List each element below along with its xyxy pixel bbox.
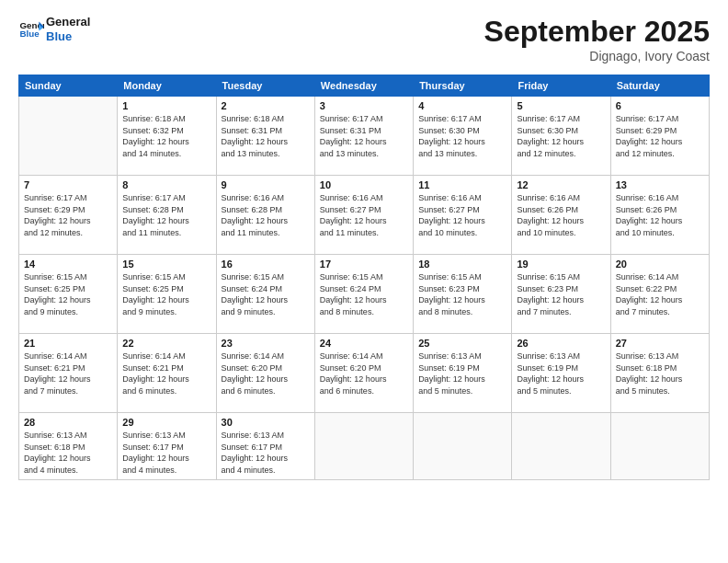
day-number: 27 bbox=[616, 338, 704, 349]
title-block: September 2025 Dignago, Ivory Coast bbox=[484, 15, 710, 63]
table-row bbox=[314, 413, 413, 480]
day-number: 21 bbox=[24, 338, 112, 349]
day-info: Sunrise: 6:17 AM Sunset: 6:31 PM Dayligh… bbox=[320, 113, 408, 159]
day-number: 14 bbox=[24, 259, 112, 270]
col-wednesday: Wednesday bbox=[314, 75, 413, 97]
day-info: Sunrise: 6:18 AM Sunset: 6:32 PM Dayligh… bbox=[122, 113, 210, 159]
day-info: Sunrise: 6:15 AM Sunset: 6:25 PM Dayligh… bbox=[122, 271, 210, 317]
table-row bbox=[19, 97, 118, 176]
table-row: 4Sunrise: 6:17 AM Sunset: 6:30 PM Daylig… bbox=[414, 97, 512, 176]
col-friday: Friday bbox=[512, 75, 610, 97]
location: Dignago, Ivory Coast bbox=[484, 49, 710, 63]
logo-line1: General bbox=[46, 15, 90, 29]
day-number: 16 bbox=[222, 259, 310, 270]
day-info: Sunrise: 6:14 AM Sunset: 6:22 PM Dayligh… bbox=[616, 271, 704, 317]
table-row: 7Sunrise: 6:17 AM Sunset: 6:29 PM Daylig… bbox=[19, 176, 118, 255]
day-number: 10 bbox=[320, 179, 408, 190]
day-number: 2 bbox=[222, 100, 310, 111]
day-info: Sunrise: 6:13 AM Sunset: 6:17 PM Dayligh… bbox=[122, 430, 210, 476]
col-saturday: Saturday bbox=[610, 75, 709, 97]
day-info: Sunrise: 6:17 AM Sunset: 6:29 PM Dayligh… bbox=[616, 113, 704, 159]
day-info: Sunrise: 6:16 AM Sunset: 6:27 PM Dayligh… bbox=[320, 192, 408, 238]
table-row: 19Sunrise: 6:15 AM Sunset: 6:23 PM Dayli… bbox=[512, 255, 610, 334]
table-row: 22Sunrise: 6:14 AM Sunset: 6:21 PM Dayli… bbox=[118, 334, 216, 413]
day-info: Sunrise: 6:15 AM Sunset: 6:23 PM Dayligh… bbox=[418, 271, 506, 317]
page-header: General Blue General Blue September 2025… bbox=[18, 15, 710, 63]
table-row: 8Sunrise: 6:17 AM Sunset: 6:28 PM Daylig… bbox=[118, 176, 216, 255]
table-row: 10Sunrise: 6:16 AM Sunset: 6:27 PM Dayli… bbox=[314, 176, 413, 255]
day-number: 22 bbox=[122, 338, 210, 349]
table-row: 16Sunrise: 6:15 AM Sunset: 6:24 PM Dayli… bbox=[216, 255, 314, 334]
day-number: 20 bbox=[616, 259, 704, 270]
day-info: Sunrise: 6:14 AM Sunset: 6:20 PM Dayligh… bbox=[222, 350, 310, 396]
calendar-header-row: Sunday Monday Tuesday Wednesday Thursday… bbox=[19, 75, 710, 97]
table-row: 28Sunrise: 6:13 AM Sunset: 6:18 PM Dayli… bbox=[19, 413, 118, 480]
day-info: Sunrise: 6:14 AM Sunset: 6:21 PM Dayligh… bbox=[122, 350, 210, 396]
table-row: 27Sunrise: 6:13 AM Sunset: 6:18 PM Dayli… bbox=[610, 334, 709, 413]
table-row bbox=[610, 413, 709, 480]
logo: General Blue General Blue bbox=[18, 15, 90, 43]
day-number: 30 bbox=[222, 417, 310, 428]
table-row: 12Sunrise: 6:16 AM Sunset: 6:26 PM Dayli… bbox=[512, 176, 610, 255]
day-info: Sunrise: 6:14 AM Sunset: 6:21 PM Dayligh… bbox=[24, 350, 112, 396]
col-sunday: Sunday bbox=[19, 75, 118, 97]
day-number: 18 bbox=[418, 259, 506, 270]
table-row bbox=[512, 413, 610, 480]
table-row: 6Sunrise: 6:17 AM Sunset: 6:29 PM Daylig… bbox=[610, 97, 709, 176]
day-number: 25 bbox=[418, 338, 506, 349]
day-info: Sunrise: 6:15 AM Sunset: 6:24 PM Dayligh… bbox=[320, 271, 408, 317]
day-info: Sunrise: 6:14 AM Sunset: 6:20 PM Dayligh… bbox=[320, 350, 408, 396]
day-number: 8 bbox=[122, 179, 210, 190]
day-info: Sunrise: 6:13 AM Sunset: 6:18 PM Dayligh… bbox=[616, 350, 704, 396]
day-number: 11 bbox=[418, 179, 506, 190]
day-info: Sunrise: 6:15 AM Sunset: 6:25 PM Dayligh… bbox=[24, 271, 112, 317]
day-number: 9 bbox=[222, 179, 310, 190]
calendar-table: Sunday Monday Tuesday Wednesday Thursday… bbox=[18, 75, 710, 480]
day-number: 28 bbox=[24, 417, 112, 428]
day-info: Sunrise: 6:17 AM Sunset: 6:30 PM Dayligh… bbox=[517, 113, 605, 159]
day-info: Sunrise: 6:16 AM Sunset: 6:26 PM Dayligh… bbox=[616, 192, 704, 238]
col-monday: Monday bbox=[118, 75, 216, 97]
table-row: 14Sunrise: 6:15 AM Sunset: 6:25 PM Dayli… bbox=[19, 255, 118, 334]
day-number: 6 bbox=[616, 100, 704, 111]
logo-line2: Blue bbox=[46, 29, 90, 44]
svg-text:Blue: Blue bbox=[19, 29, 40, 39]
table-row: 15Sunrise: 6:15 AM Sunset: 6:25 PM Dayli… bbox=[118, 255, 216, 334]
day-info: Sunrise: 6:17 AM Sunset: 6:28 PM Dayligh… bbox=[122, 192, 210, 238]
day-number: 13 bbox=[616, 179, 704, 190]
day-info: Sunrise: 6:16 AM Sunset: 6:28 PM Dayligh… bbox=[222, 192, 310, 238]
table-row: 18Sunrise: 6:15 AM Sunset: 6:23 PM Dayli… bbox=[414, 255, 512, 334]
day-number: 29 bbox=[122, 417, 210, 428]
day-info: Sunrise: 6:18 AM Sunset: 6:31 PM Dayligh… bbox=[222, 113, 310, 159]
day-number: 12 bbox=[517, 179, 605, 190]
table-row: 29Sunrise: 6:13 AM Sunset: 6:17 PM Dayli… bbox=[118, 413, 216, 480]
day-info: Sunrise: 6:13 AM Sunset: 6:19 PM Dayligh… bbox=[418, 350, 506, 396]
col-tuesday: Tuesday bbox=[216, 75, 314, 97]
table-row: 25Sunrise: 6:13 AM Sunset: 6:19 PM Dayli… bbox=[414, 334, 512, 413]
day-number: 15 bbox=[122, 259, 210, 270]
day-number: 17 bbox=[320, 259, 408, 270]
day-number: 4 bbox=[418, 100, 506, 111]
table-row: 2Sunrise: 6:18 AM Sunset: 6:31 PM Daylig… bbox=[216, 97, 314, 176]
day-info: Sunrise: 6:17 AM Sunset: 6:30 PM Dayligh… bbox=[418, 113, 506, 159]
day-number: 26 bbox=[517, 338, 605, 349]
table-row: 20Sunrise: 6:14 AM Sunset: 6:22 PM Dayli… bbox=[610, 255, 709, 334]
table-row: 3Sunrise: 6:17 AM Sunset: 6:31 PM Daylig… bbox=[314, 97, 413, 176]
day-number: 5 bbox=[517, 100, 605, 111]
table-row: 9Sunrise: 6:16 AM Sunset: 6:28 PM Daylig… bbox=[216, 176, 314, 255]
day-number: 3 bbox=[320, 100, 408, 111]
day-info: Sunrise: 6:15 AM Sunset: 6:23 PM Dayligh… bbox=[517, 271, 605, 317]
table-row: 1Sunrise: 6:18 AM Sunset: 6:32 PM Daylig… bbox=[118, 97, 216, 176]
day-info: Sunrise: 6:13 AM Sunset: 6:19 PM Dayligh… bbox=[517, 350, 605, 396]
month-title: September 2025 bbox=[484, 15, 710, 49]
day-info: Sunrise: 6:16 AM Sunset: 6:26 PM Dayligh… bbox=[517, 192, 605, 238]
day-number: 19 bbox=[517, 259, 605, 270]
day-info: Sunrise: 6:17 AM Sunset: 6:29 PM Dayligh… bbox=[24, 192, 112, 238]
table-row: 26Sunrise: 6:13 AM Sunset: 6:19 PM Dayli… bbox=[512, 334, 610, 413]
table-row: 13Sunrise: 6:16 AM Sunset: 6:26 PM Dayli… bbox=[610, 176, 709, 255]
col-thursday: Thursday bbox=[414, 75, 512, 97]
day-info: Sunrise: 6:15 AM Sunset: 6:24 PM Dayligh… bbox=[222, 271, 310, 317]
table-row: 5Sunrise: 6:17 AM Sunset: 6:30 PM Daylig… bbox=[512, 97, 610, 176]
day-number: 7 bbox=[24, 179, 112, 190]
day-info: Sunrise: 6:13 AM Sunset: 6:17 PM Dayligh… bbox=[222, 430, 310, 476]
